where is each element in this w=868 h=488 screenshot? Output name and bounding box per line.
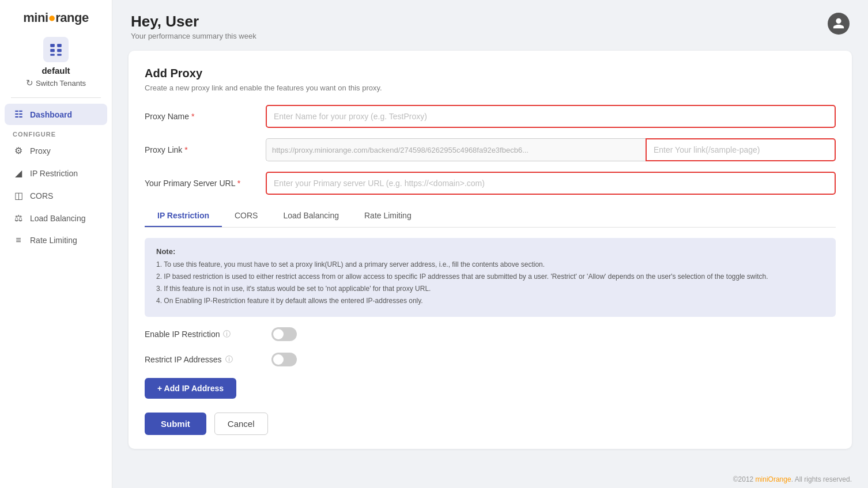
tenant-name: default [41,66,70,75]
tab-ip-restriction[interactable]: IP Restriction [145,205,222,227]
sidebar-item-label-dashboard: Dashboard [30,110,72,119]
switch-tenants-button[interactable]: ↻ Switch Tenants [26,78,86,88]
sidebar: mini●range default ↻ Switch Tenants ☷ Da… [0,0,112,488]
topbar: Hey, User Your performance summary this … [112,0,868,40]
sidebar-item-dashboard[interactable]: ☷ Dashboard [5,104,107,125]
enable-ip-restriction-label: Enable IP Restriction ⓘ [145,329,271,339]
avatar-icon [832,17,845,30]
restrict-ip-addresses-row: Restrict IP Addresses ⓘ [145,353,836,366]
note-box: Note: 1. To use this feature, you must h… [145,238,836,317]
note-item-3: 3. If this feature is not in use, it's s… [156,283,824,294]
topbar-left: Hey, User Your performance summary this … [131,13,256,40]
user-avatar[interactable] [828,13,850,35]
submit-button[interactable]: Submit [145,413,206,435]
sidebar-item-proxy[interactable]: ⚙ Proxy [5,140,107,161]
cancel-button[interactable]: Cancel [214,413,268,435]
sidebar-item-label-proxy: Proxy [30,146,51,156]
sidebar-item-rate-limiting[interactable]: ≡ Rate Limiting [5,230,107,251]
logo: mini●range [23,10,88,25]
card-title: Add Proxy [145,67,836,80]
tab-rate-limiting[interactable]: Rate Limiting [352,205,424,227]
proxy-name-row: Proxy Name * [145,105,836,128]
sidebar-item-label-rl: Rate Limiting [30,236,77,245]
enable-ip-restriction-row: Enable IP Restriction ⓘ [145,327,836,341]
filter-icon: ◢ [13,168,24,179]
add-ip-address-button[interactable]: + Add IP Address [145,378,236,399]
svg-rect-5 [57,54,62,56]
scale-icon: ⚖ [13,213,24,224]
proxy-link-label: Proxy Link * [145,145,266,154]
logo-accent: ● [48,10,56,25]
note-item-2: 2. IP based restriction is used to eithe… [156,271,824,282]
dashboard-icon: ☷ [13,109,24,120]
footer-copy: ©2012 [733,475,756,483]
required-marker-server: * [237,179,240,188]
main-content: Hey, User Your performance summary this … [112,0,868,488]
tab-load-balancing[interactable]: Load Balancing [270,205,352,227]
primary-server-row: Your Primary Server URL * [145,172,836,195]
gear-icon: ⚙ [13,145,24,156]
tenant-block: default ↻ Switch Tenants [0,31,112,92]
primary-server-label: Your Primary Server URL * [145,179,266,188]
tenant-grid-icon [48,42,63,57]
logo-area: mini●range [0,0,112,31]
monitor-icon: ◫ [13,190,24,201]
greeting: Hey, [131,13,165,30]
sidebar-item-load-balancing[interactable]: ⚖ Load Balancing [5,207,107,229]
svg-rect-3 [57,49,62,52]
required-marker: * [191,112,194,121]
proxy-link-inputs: https://proxy.miniorange.com/backend/274… [266,138,836,161]
required-marker-link: * [184,145,187,154]
note-title: Note: [156,247,824,256]
tenant-icon [43,37,69,62]
proxy-link-suffix-input[interactable] [646,138,836,161]
note-item-1: 1. To use this feature, you must have to… [156,259,824,270]
proxy-link-row: Proxy Link * https://proxy.miniorange.co… [145,138,836,161]
content-area: Add Proxy Create a new proxy link and en… [112,40,868,471]
card-subtitle: Create a new proxy link and enable the f… [145,84,836,92]
form-actions: Submit Cancel [145,413,836,435]
proxy-name-input[interactable] [266,105,836,128]
add-proxy-card: Add Proxy Create a new proxy link and en… [129,51,852,449]
note-item-4: 4. On Enabling IP-Restriction feature it… [156,296,824,306]
proxy-link-prefix: https://proxy.miniorange.com/backend/274… [266,138,646,161]
sidebar-nav: ☷ Dashboard CONFIGURE ⚙ Proxy ◢ IP Restr… [0,104,112,252]
page-title: Hey, User [131,13,256,31]
svg-rect-2 [50,49,55,52]
footer-link[interactable]: miniOrange [756,475,791,483]
configure-label: CONFIGURE [5,126,107,140]
svg-rect-0 [50,44,55,47]
switch-tenants-label: Switch Tenants [36,79,86,88]
svg-rect-4 [50,54,55,56]
svg-rect-1 [57,44,62,47]
footer: ©2012 miniOrange. All rights reserved. [112,471,868,488]
tab-cors[interactable]: CORS [222,205,270,227]
username: User [165,13,199,30]
enable-ip-info-icon[interactable]: ⓘ [223,329,231,339]
refresh-icon: ↻ [26,78,33,88]
primary-server-input[interactable] [266,172,836,195]
sidebar-item-label-ip: IP Restriction [30,169,78,178]
restrict-ip-addresses-label: Restrict IP Addresses ⓘ [145,354,271,365]
bars-icon: ≡ [13,235,24,245]
note-list: 1. To use this feature, you must have to… [156,259,824,306]
restrict-ip-addresses-toggle[interactable] [271,353,297,366]
page-subtitle: Your performance summary this week [131,32,256,40]
footer-suffix: . All rights reserved. [791,475,852,483]
sidebar-item-label-lb: Load Balancing [30,214,86,223]
restrict-ip-info-icon[interactable]: ⓘ [225,354,233,365]
enable-ip-restriction-toggle[interactable] [271,327,297,341]
tabs-row: IP Restriction CORS Load Balancing Rate … [145,205,836,228]
sidebar-item-cors[interactable]: ◫ CORS [5,185,107,206]
sidebar-divider [11,97,100,98]
sidebar-item-ip-restriction[interactable]: ◢ IP Restriction [5,162,107,184]
proxy-name-label: Proxy Name * [145,112,266,121]
sidebar-item-label-cors: CORS [30,191,53,201]
